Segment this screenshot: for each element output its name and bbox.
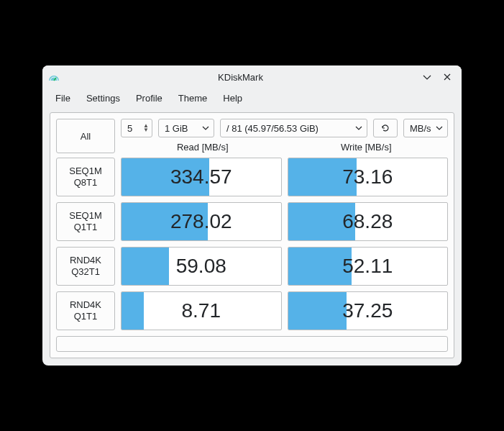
titlebar: KDiskMark [42,65,462,89]
test-button[interactable]: RND4KQ32T1 [56,247,115,286]
column-headers: Read [MB/s] Write [MB/s] [121,142,448,153]
read-value: 8.71 [182,299,221,322]
write-value: 68.28 [342,210,393,233]
test-row: RND4KQ32T159.0852.11 [56,247,448,286]
runs-spinbox[interactable]: 5 ▲▼ [121,119,152,137]
menu-profile[interactable]: Profile [129,90,170,106]
refresh-icon [380,123,390,133]
test-label-line1: SEQ1M [69,210,102,222]
test-label-line2: Q8T1 [74,177,98,189]
write-value: 73.16 [342,165,393,189]
close-button[interactable] [439,68,456,86]
read-result: 59.08 [121,247,282,286]
chevron-down-icon [198,124,209,132]
test-row: SEQ1MQ1T1278.0268.28 [56,202,448,241]
runs-value: 5 [127,123,132,134]
test-label-line1: RND4K [70,299,101,311]
progress-bar [288,292,347,330]
write-result: 68.28 [288,202,449,241]
tests-grid: SEQ1MQ8T1334.5773.16SEQ1MQ1T1278.0268.28… [56,158,448,330]
top-controls: 5 ▲▼ 1 GiB / 81 (45.97/56.53 GiB) [121,119,448,153]
progress-bar [122,248,169,285]
menu-settings[interactable]: Settings [79,90,127,106]
controls-line: 5 ▲▼ 1 GiB / 81 (45.97/56.53 GiB) [121,119,448,137]
units-value: MB/s [410,123,431,134]
menubar: File Settings Profile Theme Help [42,89,462,109]
spinbox-arrows-icon: ▲▼ [143,124,149,132]
test-label-line1: SEQ1M [69,165,102,177]
read-result: 334.57 [121,158,282,196]
minimize-button[interactable] [418,68,436,86]
chevron-down-icon [431,124,443,132]
app-icon [48,71,60,83]
read-result: 8.71 [121,291,282,330]
menu-file[interactable]: File [48,90,78,106]
units-combo[interactable]: MB/s [403,119,448,137]
size-value: 1 GiB [165,123,188,134]
path-value: / 81 (45.97/56.53 GiB) [226,123,319,134]
write-header: Write [MB/s] [285,142,449,153]
test-label-line2: Q1T1 [74,222,98,233]
progress-bar [122,292,144,330]
run-all-label: All [81,131,91,142]
write-result: 52.11 [288,247,449,286]
menu-theme[interactable]: Theme [171,90,214,106]
test-button[interactable]: SEQ1MQ1T1 [56,202,115,241]
test-label-line2: Q32T1 [71,266,100,278]
write-value: 37.25 [342,299,393,322]
app-window: KDiskMark File Settings Profile Theme He… [42,65,462,366]
refresh-button[interactable] [373,119,398,137]
test-label-line1: RND4K [70,255,101,266]
top-row: All 5 ▲▼ 1 GiB [56,119,448,153]
status-bar [56,336,448,352]
write-value: 52.11 [342,255,393,278]
read-value: 334.57 [170,165,232,189]
test-label-line2: Q1T1 [74,311,98,322]
test-row: SEQ1MQ8T1334.5773.16 [56,158,448,196]
test-row: RND4KQ1T18.7137.25 [56,291,448,330]
test-button[interactable]: SEQ1MQ8T1 [56,158,115,196]
test-button[interactable]: RND4KQ1T1 [56,291,115,330]
path-combo[interactable]: / 81 (45.97/56.53 GiB) [220,119,367,137]
run-all-button[interactable]: All [56,119,115,153]
read-result: 278.02 [121,202,282,241]
content-area: All 5 ▲▼ 1 GiB [50,112,454,358]
read-header: Read [MB/s] [121,142,285,153]
chevron-down-icon [351,124,362,132]
read-value: 59.08 [176,255,226,278]
write-result: 37.25 [288,291,449,330]
write-result: 73.16 [288,158,449,196]
window-title: KDiskMark [65,72,416,83]
menu-help[interactable]: Help [216,90,249,106]
read-value: 278.02 [170,210,232,233]
size-combo[interactable]: 1 GiB [158,119,214,137]
